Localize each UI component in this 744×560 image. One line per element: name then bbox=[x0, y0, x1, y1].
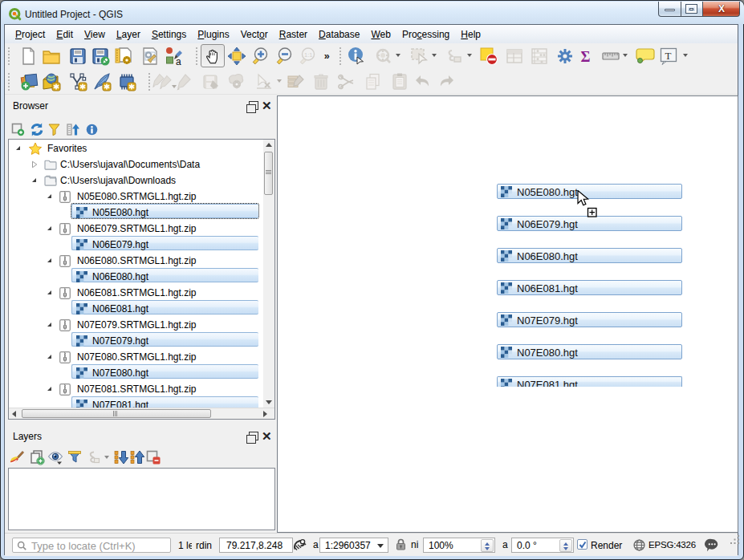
svg-text:a: a bbox=[176, 56, 181, 67]
svg-text:1:1: 1:1 bbox=[304, 51, 312, 59]
svg-text:T: T bbox=[665, 50, 672, 62]
svg-text:Σ: Σ bbox=[581, 49, 591, 65]
svg-text:»: » bbox=[324, 51, 330, 62]
